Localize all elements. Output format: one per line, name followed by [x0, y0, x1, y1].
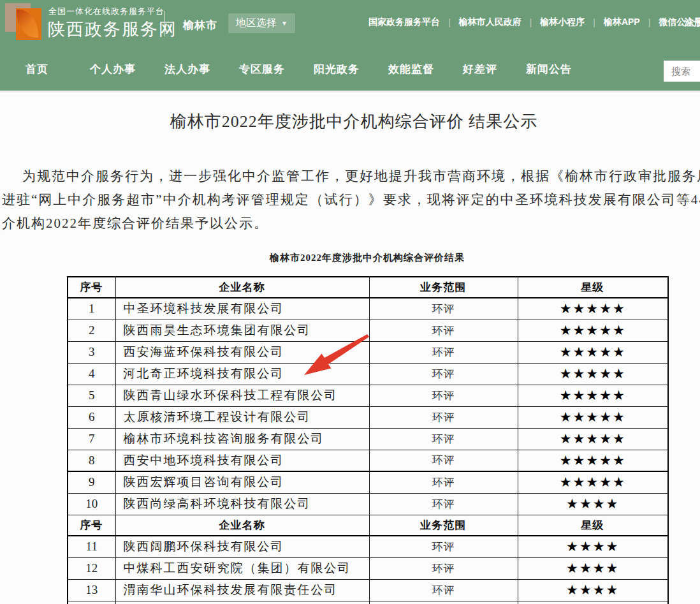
cell-star-rating: ★★★★★: [518, 363, 668, 385]
cell-company-name: 西安中地环境科技有限公司: [115, 450, 369, 471]
cell-star-rating: ★★★★★: [518, 471, 668, 493]
cell-no: 8: [68, 450, 115, 471]
paragraph-line-3: 介机构2022年度综合评价结果予以公示。: [0, 212, 700, 235]
paragraph-line-2: 进驻“网上中介服务超市”中介机构考评管理规定（试行）》要求，现将评定的中圣环境科…: [0, 188, 700, 212]
table-row: [68, 601, 668, 604]
table-row: 3西安海蓝环保科技有限公司环评★★★★★: [68, 341, 668, 363]
cell-business-scope: 环评: [369, 320, 518, 341]
cell-star-rating: ★★★★★: [518, 385, 668, 406]
cell-business-scope: 环评: [369, 579, 518, 601]
cell-company-name: [115, 601, 369, 604]
cell-no: 13: [68, 579, 115, 601]
cell-company-name: 河北奇正环境科技有限公司: [115, 363, 369, 385]
main-navbar: 首页个人办事法人办事专区服务阳光政务效能监督好差评新闻公告: [0, 48, 700, 91]
link-separator: |: [593, 17, 595, 27]
cell-no: 1: [68, 298, 115, 320]
cell-business-scope: [369, 601, 518, 604]
cell-business-scope: 环评: [369, 471, 518, 493]
search-box[interactable]: [664, 61, 700, 82]
cell-company-name: 中煤科工西安研究院（集团）有限公司: [115, 557, 369, 579]
cell-business-scope: 环评: [369, 557, 518, 579]
cell-business-scope: 环评: [369, 493, 518, 515]
link-separator: |: [448, 17, 451, 27]
cell-star-rating: ★★★★: [518, 536, 668, 557]
table-row: 8西安中地环境科技有限公司环评★★★★★: [68, 450, 668, 471]
cell-star-rating: ★★★★: [518, 557, 668, 579]
nav-item-5[interactable]: 效能监督: [388, 62, 434, 77]
nav-item-6[interactable]: 好差评: [463, 62, 497, 77]
cell-company-name: 陕西宏辉项目咨询有限公司: [115, 471, 369, 493]
cell-no: 3: [68, 341, 115, 363]
cell-business-scope: 环评: [369, 385, 518, 406]
cell-business-scope: 环评: [369, 450, 518, 471]
cell-no: 6: [68, 406, 115, 428]
table-row: 11陕西阔鹏环保科技有限公司环评★★★★: [68, 536, 668, 557]
region-select-label: 地区选择: [236, 17, 277, 30]
current-city-label: 榆林市: [183, 18, 217, 33]
cell-company-name: 陕西青山绿水环保科技工程有限公司: [115, 385, 369, 406]
nav-item-0[interactable]: 首页: [26, 62, 48, 77]
header-cell-star-rating: 星级: [518, 515, 668, 536]
cell-no: 5: [68, 385, 115, 406]
header-cell-no: 序号: [68, 515, 115, 536]
header-link-2[interactable]: 榆林小程序: [540, 17, 585, 28]
site-logo: [5, 3, 43, 41]
page-content: 榆林市2022年度涉批中介机构综合评价 结果公示 为规范中介服务行为，进一步强化…: [0, 91, 700, 604]
cell-business-scope: 环评: [369, 406, 518, 428]
nav-item-7[interactable]: 新闻公告: [526, 62, 572, 77]
cell-company-name: 陕西雨昊生态环境集团有限公司: [115, 320, 369, 341]
header-cell-star-rating: 星级: [518, 277, 668, 298]
header-cell-business-scope: 业务范围: [369, 515, 518, 536]
cell-star-rating: ★★★★★: [518, 320, 668, 341]
cell-business-scope: 环评: [369, 428, 518, 450]
cell-star-rating: [518, 601, 668, 604]
table-header-row: 序号企业名称业务范围星级: [68, 515, 668, 536]
cell-no: 2: [68, 320, 115, 341]
cell-no: 9: [68, 471, 115, 493]
cell-business-scope: 环评: [369, 341, 518, 363]
table-row: 4河北奇正环境科技有限公司环评★★★★★: [68, 363, 668, 385]
table-row: 9陕西宏辉项目咨询有限公司环评★★★★★: [68, 471, 668, 493]
site-header: 全国一体化在线政务服务平台 陕西政务服务网 榆林市 地区选择 ▼ 国家政务服务平…: [0, 0, 700, 48]
cell-no: 12: [68, 557, 115, 579]
cell-no: 11: [68, 536, 115, 557]
header-cell-company-name: 企业名称: [115, 277, 369, 298]
nav-item-1[interactable]: 个人办事: [90, 62, 136, 77]
header-links: 国家政务服务平台|榆林市人民政府|榆林小程序|榆林APP|微信公众号: [368, 17, 700, 28]
cell-business-scope: 环评: [369, 363, 518, 385]
cell-star-rating: ★★★★★: [518, 428, 668, 450]
cell-company-name: 陕西阔鹏环保科技有限公司: [115, 536, 369, 557]
table-row: 6太原核清环境工程设计有限公司环评★★★★★: [68, 406, 668, 428]
site-name: 陕西政务服务网: [48, 18, 177, 41]
nav-item-4[interactable]: 阳光政务: [314, 62, 360, 77]
cell-company-name: 渭南华山环保科技发展有限责任公司: [115, 579, 369, 601]
cell-business-scope: 环评: [369, 298, 518, 320]
header-link-1[interactable]: 榆林市人民政府: [459, 17, 521, 28]
platform-label: 全国一体化在线政务服务平台: [48, 6, 164, 17]
header-link-3[interactable]: 榆林APP: [604, 17, 640, 28]
cell-star-rating: ★★★★: [518, 493, 668, 515]
cell-no: 10: [68, 493, 115, 515]
table-caption: 榆林市2022年度涉批中介机构综合评价结果: [67, 252, 667, 264]
table-row: 1中圣环境科技发展有限公司环评★★★★★: [68, 298, 668, 320]
header-link-0[interactable]: 国家政务服务平台: [368, 17, 440, 28]
cell-company-name: 中圣环境科技发展有限公司: [115, 298, 369, 320]
nav-item-3[interactable]: 专区服务: [239, 62, 285, 77]
nav-items: 首页个人办事法人办事专区服务阳光政务效能监督好差评新闻公告: [26, 48, 572, 91]
table-row: 12中煤科工西安研究院（集团）有限公司环评★★★★: [68, 557, 668, 579]
table-row: 7榆林市环境科技咨询服务有限公司环评★★★★★: [68, 428, 668, 450]
table-row: 5陕西青山绿水环保科技工程有限公司环评★★★★★: [68, 385, 668, 406]
cell-company-name: 榆林市环境科技咨询服务有限公司: [115, 428, 369, 450]
cell-star-rating: ★★★★★: [518, 406, 668, 428]
region-select-button[interactable]: 地区选择 ▼: [228, 13, 295, 33]
register-link[interactable]: 注册: [684, 17, 700, 29]
link-separator: |: [648, 17, 651, 27]
nav-item-2[interactable]: 法人办事: [164, 62, 210, 77]
table-row: 10陕西尚绿高科环境科技有限公司环评★★★★: [68, 493, 668, 515]
link-separator: |: [530, 17, 532, 27]
header-cell-no: 序号: [68, 277, 115, 298]
announcement-paragraph: 为规范中介服务行为，进一步强化中介监管工作，更好地提升我市营商环境，根据《榆林市…: [0, 165, 700, 235]
cell-no: 4: [68, 363, 115, 385]
cell-no: 7: [68, 428, 115, 450]
search-input[interactable]: [670, 65, 700, 77]
